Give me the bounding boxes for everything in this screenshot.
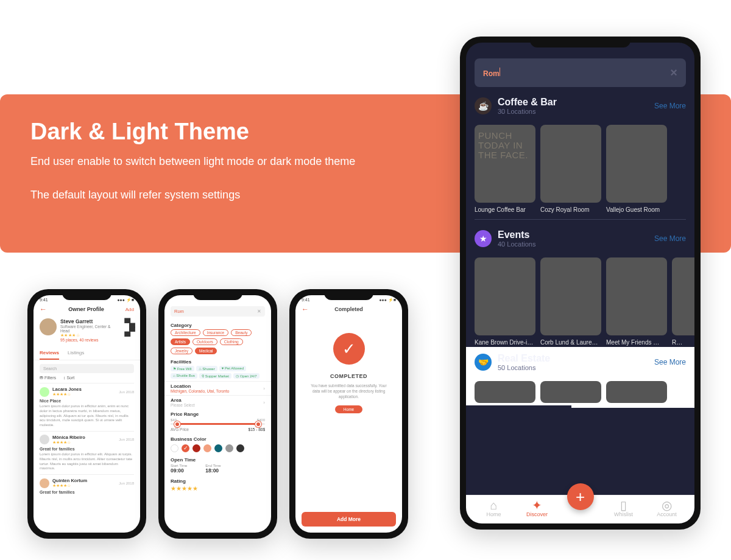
facility-tag[interactable]: ♨ Shower (196, 366, 217, 371)
phone-filters: Rom ✕ Category ArchitectureInsuranceBeau… (158, 289, 277, 539)
color-swatch[interactable] (214, 444, 222, 452)
facility-tag[interactable]: ◷ Open 24/7 (233, 373, 260, 379)
price-slider[interactable] (171, 423, 265, 425)
listing-card[interactable]: Corb Lund & Lauren… (540, 257, 601, 346)
listing-card[interactable]: Vallejo Guest Room (606, 125, 667, 213)
add-button[interactable]: Add (125, 307, 134, 312)
screen-title: Completed (309, 306, 389, 312)
open-time-label: Open Time (164, 455, 271, 464)
end-time[interactable]: End Time 18:00 (205, 464, 221, 474)
nav-account[interactable]: ◎Account (649, 499, 685, 517)
coffee-cards[interactable]: PUNCH TODAY IN THE FACE.Lounge Coffee Ba… (475, 125, 694, 213)
color-swatch[interactable] (236, 444, 244, 452)
reviews-search[interactable]: Search (40, 364, 134, 373)
phone-discover-dark: Rom × ☕ Coffee & Bar 30 Locations See Mo… (460, 37, 701, 530)
area-row[interactable]: Area Please Select › (164, 395, 271, 409)
phone-completed: 9:41 ●●● ⚡■ ← Completed ✓ COMPLETED You … (289, 289, 408, 539)
clear-icon[interactable]: ✕ (257, 309, 261, 314)
tab-listings[interactable]: Listings (68, 347, 84, 360)
discover-search[interactable]: Rom × (475, 58, 686, 87)
listing-card[interactable]: Meet My Friends … (606, 257, 667, 346)
category-chip[interactable]: Beauty (231, 329, 252, 336)
listing-card[interactable]: PUNCH TODAY IN THE FACE.Lounge Coffee Ba… (475, 125, 535, 213)
nav-discover[interactable]: ✦Discover (519, 499, 556, 517)
back-icon[interactable]: ← (40, 305, 47, 313)
nav-whislist[interactable]: ▯Whislist (606, 499, 642, 517)
color-swatch[interactable] (225, 444, 233, 452)
card-caption: Cozy Royal Room (540, 206, 601, 213)
home-button[interactable]: Home (335, 405, 362, 413)
review-item[interactable]: Quinten Kortum ★★★★☆ Jun 2018 Great for … (40, 474, 134, 499)
clear-icon[interactable]: × (670, 66, 677, 80)
category-chip[interactable]: Jewelry (171, 348, 192, 354)
qr-icon[interactable]: ▀▄▄▀ (124, 318, 134, 335)
category-chip[interactable]: Architecture (171, 329, 200, 336)
fab-add-button[interactable]: + (567, 483, 594, 510)
chevron-right-icon: › (263, 400, 265, 405)
listing-card[interactable] (540, 381, 601, 405)
color-swatch[interactable] (171, 444, 178, 452)
section-subtitle: 40 Locations (498, 240, 535, 248)
color-swatch[interactable] (182, 444, 189, 452)
review-avatar (40, 435, 49, 444)
see-more-link[interactable]: See More (654, 358, 686, 366)
listing-card[interactable] (475, 381, 535, 405)
bottom-nav: + ⌂Home ✦Discover +. ▯Whislist ◎Account (466, 495, 694, 523)
listing-card[interactable] (606, 381, 667, 405)
divider (475, 219, 686, 220)
facility-tag[interactable]: ♥ Pet Allowed (219, 366, 247, 371)
category-chip[interactable]: Insurance (203, 329, 229, 336)
status-icons: ●●● ⚡■ (379, 298, 396, 303)
listing-card[interactable]: Cozy Royal Room (540, 125, 601, 213)
start-time[interactable]: Start Time 09:00 (171, 464, 187, 474)
rating-label: Rating (164, 476, 271, 485)
category-chip[interactable]: Medical (195, 348, 217, 354)
bookmark-icon: ▯ (606, 499, 642, 511)
status-time: 9:41 (302, 298, 310, 303)
back-icon[interactable]: ← (302, 305, 309, 313)
rating-stars[interactable]: ★★★★★ (164, 485, 271, 492)
card-caption: Corb Lund & Lauren… (540, 339, 601, 346)
facility-tag[interactable]: ⌂ Shuttle Bus (171, 373, 197, 379)
card-caption: Vallejo Guest Room (606, 206, 667, 213)
section-title: Coffee & Bar (498, 97, 557, 108)
filters-button[interactable]: ⛃ Filters (40, 376, 56, 380)
section-subtitle: 30 Locations (498, 108, 557, 115)
facility-tag[interactable]: ⚑ Free Wifi (171, 366, 194, 371)
tab-reviews[interactable]: Reviews (40, 347, 59, 360)
phone-owner-profile: 9:41 ●●● ⚡■ ← Owner Profile Add Steve Ga… (27, 289, 146, 539)
listing-card[interactable]: R… (672, 257, 694, 346)
price-label: Price Range (164, 409, 271, 418)
review-item[interactable]: Mônica Ribeiro ★★★★☆ Jun 2018 Great for … (40, 431, 134, 474)
estate-cards[interactable] (475, 381, 694, 405)
add-more-button[interactable]: Add More (302, 512, 396, 527)
section-subtitle: 50 Locations (498, 364, 550, 371)
star-icon: ★ (475, 230, 492, 247)
category-chip[interactable]: Clothing (220, 338, 243, 345)
facility-tag[interactable]: ⚲ Supper Market (199, 373, 231, 379)
color-swatch[interactable] (192, 444, 200, 452)
hero-body-1: End user enable to switch between light … (30, 153, 372, 170)
status-time: 9:41 (40, 298, 48, 303)
owner-meta: 95 places, 40 reviews (60, 338, 121, 342)
card-caption: Meet My Friends … (606, 339, 667, 346)
card-caption: Lounge Coffee Bar (475, 206, 535, 213)
color-swatch[interactable] (203, 444, 211, 452)
home-icon: ⌂ (476, 499, 512, 511)
search-input[interactable]: Rom ✕ (171, 306, 265, 317)
see-more-link[interactable]: See More (654, 234, 686, 243)
completed-title: COMPLETED (330, 373, 367, 379)
location-row[interactable]: Location Michigan, Colorado, Utal, Toron… (164, 381, 271, 395)
color-swatches (164, 443, 271, 455)
events-cards[interactable]: Kane Brown Drive-in…Corb Lund & Lauren…M… (475, 257, 694, 346)
owner-avatar[interactable] (40, 318, 57, 335)
review-item[interactable]: Lacara Jones ★★★★☆ Jun 2018 Nice Place L… (40, 383, 134, 431)
see-more-link[interactable]: See More (654, 102, 686, 110)
sort-button[interactable]: ↕ Sort (63, 376, 74, 380)
completed-body: You have submitted data successfully. Yo… (307, 383, 390, 399)
listing-card[interactable]: Kane Brown Drive-in… (475, 257, 535, 346)
category-chip[interactable]: Artists (171, 338, 190, 345)
category-chip[interactable]: Outdoors (192, 338, 217, 345)
section-title: Real Estate (498, 353, 550, 364)
nav-home[interactable]: ⌂Home (476, 499, 512, 517)
